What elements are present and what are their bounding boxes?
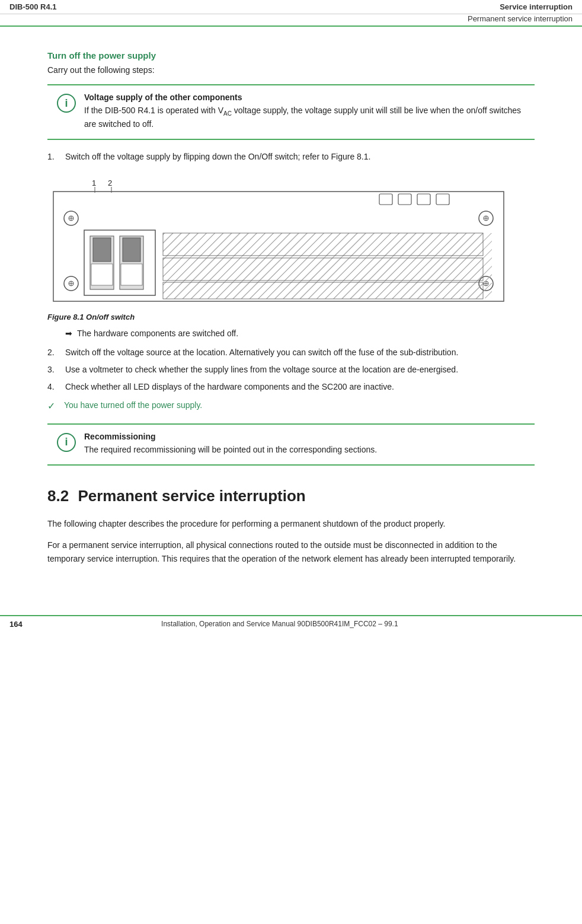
info-text-1: If the DIB-500 R4.1 is operated with VAC… <box>84 104 525 130</box>
info-icon-1: i <box>57 94 76 113</box>
footer-bar: 164 Installation, Operation and Service … <box>0 615 582 632</box>
step-3: 3. Use a voltmeter to check whether the … <box>47 364 535 376</box>
step-2: 2. Switch off the voltage source at the … <box>47 346 535 359</box>
info-content-2: Recommissioning The required recommissio… <box>84 432 525 456</box>
step-1-num: 1. <box>47 151 60 163</box>
step-2-text: Switch off the voltage source at the loc… <box>65 346 458 359</box>
section-heading-power-supply: Turn off the power supply <box>47 50 535 60</box>
footer-doc-info: Installation, Operation and Service Manu… <box>161 620 398 628</box>
info-text-2: The required recommissioning will be poi… <box>84 444 525 456</box>
arrow-icon: ➡ <box>65 329 72 338</box>
svg-rect-37 <box>163 258 483 281</box>
step-3-num: 3. <box>47 364 60 376</box>
check-icon: ✓ <box>47 400 59 412</box>
body-paragraph-1: The following chapter describes the proc… <box>47 517 535 530</box>
arrow-result-text: The hardware components are switched off… <box>77 329 238 338</box>
info-icon-2: i <box>57 433 76 452</box>
header-bar: DIB-500 R4.1 Service interruption <box>0 0 582 14</box>
header-left: DIB-500 R4.1 <box>9 2 56 11</box>
figure-container: 1 2 <box>47 174 535 321</box>
section-82-title: Permanent service interruption <box>78 487 305 505</box>
section-82-num: 8.2 <box>47 487 69 505</box>
info-title-2: Recommissioning <box>84 432 525 441</box>
body-paragraph-2: For a permanent service interruption, al… <box>47 539 535 565</box>
step-2-num: 2. <box>47 346 60 359</box>
figure-caption: Figure 8.1 On/off switch <box>47 313 535 321</box>
info-box-recommissioning: i Recommissioning The required recommiss… <box>47 423 535 466</box>
svg-text:2: 2 <box>108 179 112 187</box>
info-content-1: Voltage supply of the other components I… <box>84 93 525 130</box>
step-4-num: 4. <box>47 381 60 393</box>
section-82-heading: 8.2 Permanent service interruption <box>47 487 535 508</box>
step-1-container: 1. Switch off the voltage supply by flip… <box>47 151 535 338</box>
svg-rect-38 <box>163 282 483 299</box>
check-result: ✓ You have turned off the power supply. <box>47 400 535 412</box>
svg-rect-30 <box>91 264 113 285</box>
header-sub: Permanent service interruption <box>0 14 582 27</box>
info-box-voltage-supply: i Voltage supply of the other components… <box>47 84 535 140</box>
arrow-result: ➡ The hardware components are switched o… <box>65 329 535 338</box>
steps-list: 2. Switch off the voltage source at the … <box>47 346 535 393</box>
step-4-text: Check whether all LED displays of the ha… <box>65 381 394 393</box>
svg-rect-28 <box>93 238 111 262</box>
step-4: 4. Check whether all LED displays of the… <box>47 381 535 393</box>
on-off-switch-diagram: 1 2 <box>47 174 510 310</box>
info-title-1: Voltage supply of the other components <box>84 93 525 102</box>
svg-rect-31 <box>121 264 142 285</box>
step-1-text: Switch off the voltage supply by flippin… <box>65 151 370 163</box>
footer-page-number: 164 <box>9 620 23 629</box>
header-right: Service interruption <box>500 2 573 11</box>
svg-text:1: 1 <box>92 179 96 187</box>
check-result-text: You have turned off the power supply. <box>64 400 202 412</box>
step-1: 1. Switch off the voltage supply by flip… <box>47 151 535 163</box>
intro-text: Carry out the following steps: <box>47 65 535 75</box>
main-content: Turn off the power supply Carry out the … <box>0 27 582 591</box>
svg-rect-29 <box>123 238 140 262</box>
svg-rect-36 <box>163 233 483 256</box>
step-3-text: Use a voltmeter to check whether the sup… <box>65 364 458 376</box>
